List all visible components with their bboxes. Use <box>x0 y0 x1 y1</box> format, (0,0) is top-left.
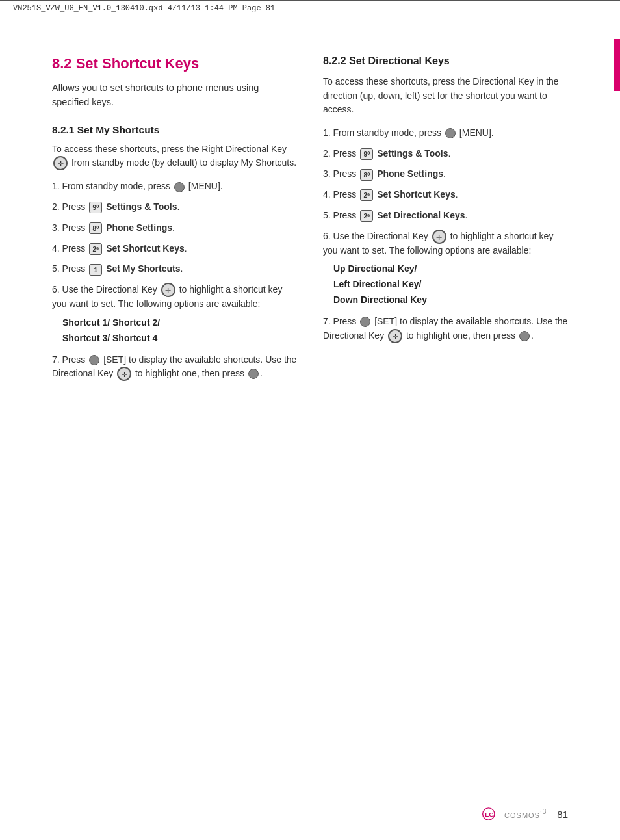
section-title-left: 8.2 Set Shortcut Keys <box>52 55 297 72</box>
section-intro-left: Allows you to set shortcuts to phone men… <box>52 81 297 110</box>
sub-options-text-left: Shortcut 1/ Shortcut 2/Shortcut 3/ Short… <box>62 315 297 347</box>
margin-line-right <box>584 0 584 840</box>
ok-btn-icon-r <box>519 331 530 341</box>
set-btn-icon <box>89 355 99 365</box>
step-2-left: 2. Press 9⁰ Settings & Tools. <box>52 200 297 215</box>
top-bar: VN251S_VZW_UG_EN_V1.0_130410.qxd 4/11/13… <box>0 0 620 16</box>
set-btn-icon-r <box>360 317 370 327</box>
key-8-icon-r: 8⁰ <box>360 169 373 181</box>
steps-list-right: 1. From standby mode, press [MENU]. 2. P… <box>323 126 568 343</box>
step-1-right: 1. From standby mode, press [MENU]. <box>323 126 568 140</box>
lg-logo-icon: LG <box>482 807 500 820</box>
nav-key-icon-r: ✛ <box>432 230 446 244</box>
step-4-right: 4. Press 2ᵃ Set Shortcut Keys. <box>323 188 568 202</box>
ok-btn-icon <box>248 369 259 379</box>
right-accent-bar <box>614 39 620 91</box>
step-7-right: 7. Press [SET] to display the available … <box>323 315 568 343</box>
key-2a-icon-r: 2ᵃ <box>360 189 373 201</box>
nav-key-icon: ✛ <box>53 156 68 170</box>
step-4-left: 4. Press 2ᵃ Set Shortcut Keys. <box>52 242 297 256</box>
step-3-right: 3. Press 8⁰ Phone Settings. <box>323 167 568 181</box>
key-2a-icon: 2ᵃ <box>89 243 102 255</box>
step-3-left: 3. Press 8⁰ Phone Settings. <box>52 221 297 235</box>
page-number: 81 <box>557 809 568 820</box>
sub-intro-1: To access these shortcuts, press the Rig… <box>52 142 297 171</box>
cosmos-label: cosmos·3 <box>504 808 547 820</box>
step-2-right: 2. Press 9⁰ Settings & Tools. <box>323 147 568 161</box>
menu-btn-icon-r <box>445 128 456 138</box>
step-6-right: 6. Use the Directional Key ✛ to highligh… <box>323 230 568 308</box>
sub-options-text-right: Up Directional Key/Left Directional Key/… <box>333 261 568 308</box>
margin-line-left <box>36 0 36 840</box>
step-5-left: 5. Press 1 Set My Shortcuts. <box>52 262 297 276</box>
nav-key-icon-2: ✛ <box>161 283 175 297</box>
brand-logo: LG cosmos·3 81 <box>482 807 568 820</box>
menu-btn-icon <box>174 182 185 192</box>
section-title-right: 8.2.2 Set Directional Keys <box>323 55 568 67</box>
svg-text:LG: LG <box>485 811 494 818</box>
sub-options-left: Shortcut 1/ Shortcut 2/Shortcut 3/ Short… <box>62 315 297 347</box>
step-5-right: 5. Press 2ᵃ Set Directional Keys. <box>323 209 568 223</box>
nav-key-icon-3: ✛ <box>117 367 131 381</box>
key-2b-icon-r: 2ᵃ <box>360 210 373 222</box>
section-intro-right: To access these shortcuts, press the Dir… <box>323 75 568 117</box>
key-9-icon: 9⁰ <box>89 202 102 213</box>
sub-heading-1: 8.2.1 Set My Shortcuts <box>52 124 297 136</box>
left-column: 8.2 Set Shortcut Keys Allows you to set … <box>52 55 297 387</box>
main-content: 8.2 Set Shortcut Keys Allows you to set … <box>0 16 620 466</box>
steps-list-left: 1. From standby mode, press [MENU]. 2. P… <box>52 179 297 381</box>
bottom-separator <box>36 781 584 781</box>
key-9-icon-r: 9⁰ <box>360 148 373 160</box>
step-6-left: 6. Use the Directional Key ✛ to highligh… <box>52 283 297 347</box>
right-column: 8.2.2 Set Directional Keys To access the… <box>323 55 568 387</box>
step-1-left: 1. From standby mode, press [MENU]. <box>52 179 297 194</box>
key-1-icon: 1 <box>89 264 102 276</box>
nav-key-icon-r2: ✛ <box>388 329 402 343</box>
top-bar-text: VN251S_VZW_UG_EN_V1.0_130410.qxd 4/11/13… <box>13 4 275 13</box>
key-8-icon: 8⁰ <box>89 222 102 234</box>
step-7-left: 7. Press [SET] to display the available … <box>52 353 297 382</box>
page-footer: LG cosmos·3 81 <box>0 807 620 820</box>
sub-options-right: Up Directional Key/Left Directional Key/… <box>333 261 568 308</box>
